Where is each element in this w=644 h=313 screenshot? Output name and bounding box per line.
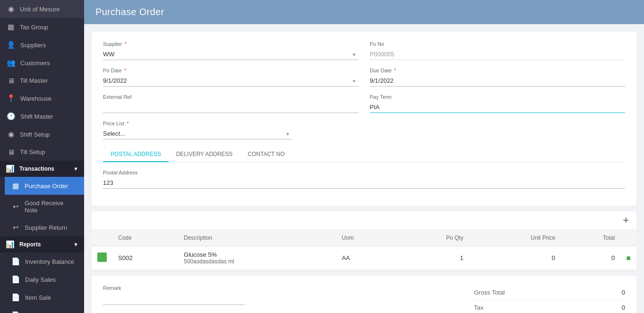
shift-setup-icon: ◉ xyxy=(7,130,15,139)
po-date-label: Po Date * xyxy=(103,68,359,73)
po-date-select-wrapper: 9/1/2022 ▼ xyxy=(103,75,359,87)
sidebar-item-supplier-return[interactable]: ↩ Supplier Return xyxy=(5,218,84,236)
po-no-label: Po No xyxy=(370,41,626,47)
external-ref-input[interactable] xyxy=(103,102,359,113)
tax-icon: ▦ xyxy=(7,23,15,31)
sidebar-item-till-master[interactable]: 🖥 Till Master xyxy=(0,72,84,89)
reports-icon: 📊 xyxy=(6,240,15,249)
sidebar: ◉ Unit of Mesure ▦ Tax Group 👤 Suppliers… xyxy=(0,0,84,313)
table-header-row: Code Description Uom Po Qty Unit Price T… xyxy=(92,230,636,246)
pay-term-group: Pay Term xyxy=(370,94,626,113)
sidebar-item-label: Item Sale xyxy=(25,294,51,301)
po-date-group: Po Date * 9/1/2022 ▼ xyxy=(103,68,359,87)
sidebar-item-shift-master[interactable]: 🕐 Shift Master xyxy=(0,107,84,125)
price-list-select-wrapper: Select... ▼ xyxy=(103,128,292,139)
table-head: Code Description Uom Po Qty Unit Price T… xyxy=(92,230,636,246)
col-uom: Uom xyxy=(336,230,395,246)
sidebar-item-label: Good Receive Note xyxy=(25,200,77,214)
po-date-select[interactable]: 9/1/2022 xyxy=(103,75,359,87)
supplier-group: Supplier * WW ▼ xyxy=(103,41,359,60)
col-po-qty: Po Qty xyxy=(396,230,469,246)
sidebar-item-item-sale[interactable]: 📄 Item Sale xyxy=(5,288,84,306)
sidebar-item-till-setup[interactable]: 🖥 Till Setup xyxy=(0,143,84,161)
postal-address-input[interactable] xyxy=(103,177,625,189)
po-no-input xyxy=(370,49,626,60)
remark-input[interactable] xyxy=(103,294,245,305)
transactions-section-header[interactable]: 📊 Transactions ▼ xyxy=(0,161,84,177)
sidebar-item-unit-of-mesure[interactable]: ◉ Unit of Mesure xyxy=(0,0,84,18)
unit-icon: ◉ xyxy=(7,5,15,13)
tab-contact-no[interactable]: CONTACT NO xyxy=(240,147,292,162)
due-date-input[interactable] xyxy=(370,75,626,87)
row-color-indicator xyxy=(97,252,107,262)
tax-row: Tax 0 xyxy=(474,300,625,313)
sidebar-item-day-end[interactable]: 📄 Day End xyxy=(5,306,84,313)
suppliers-icon: 👤 xyxy=(7,41,16,49)
form-card: Supplier * WW ▼ Po No Po Date * xyxy=(92,32,636,206)
warehouse-icon: 📍 xyxy=(7,94,16,103)
sidebar-item-label: Shift Setup xyxy=(20,131,50,138)
form-row-2: Po Date * 9/1/2022 ▼ Due Date * xyxy=(103,68,625,87)
add-item-button[interactable]: + xyxy=(623,215,629,226)
sidebar-item-purchase-order[interactable]: ▦ Purchase Order xyxy=(5,177,84,195)
reports-section-header[interactable]: 📊 Reports ▼ xyxy=(0,236,84,252)
row-color-cell xyxy=(92,246,112,270)
main-content: Purchase Order Supplier * WW ▼ Po No xyxy=(84,0,644,313)
sidebar-item-label: Till Master xyxy=(20,77,48,84)
tax-label: Tax xyxy=(474,304,521,311)
due-date-group: Due Date * xyxy=(370,68,626,87)
sidebar-item-label: Warehouse xyxy=(20,95,52,102)
shift-master-icon: 🕐 xyxy=(7,112,16,121)
totals-section: Remark Gross Total 0 Tax 0 Net Value 0 xyxy=(103,285,625,313)
transactions-arrow: ▼ xyxy=(73,166,78,172)
page-header: Purchase Order xyxy=(84,0,644,24)
supplier-select-wrapper: WW ▼ xyxy=(103,49,359,60)
sidebar-item-suppliers[interactable]: 👤 Suppliers xyxy=(0,36,84,54)
supplier-select[interactable]: WW xyxy=(103,49,359,60)
row-unit-price-cell: 0 xyxy=(469,246,561,270)
order-items-table: Code Description Uom Po Qty Unit Price T… xyxy=(92,230,636,270)
row-total-cell: 0 xyxy=(561,246,620,270)
po-no-group: Po No xyxy=(370,41,626,60)
delete-row-button[interactable]: ■ xyxy=(626,254,631,262)
price-list-label: Price List * xyxy=(103,121,292,126)
day-end-icon: 📄 xyxy=(11,311,20,313)
form-row-4: Price List * Select... ▼ xyxy=(103,121,625,139)
sidebar-item-daily-sales[interactable]: 📄 Daily Sales xyxy=(5,270,84,288)
col-unit-price: Unit Price xyxy=(469,230,561,246)
sidebar-item-inventory-balance[interactable]: 📄 Inventory Balance xyxy=(5,252,84,270)
daily-sales-icon: 📄 xyxy=(11,275,20,284)
sidebar-item-tax-group[interactable]: ▦ Tax Group xyxy=(0,18,84,36)
order-items-table-section: + Code Description Uom Po Qty Unit Price… xyxy=(92,211,636,270)
tab-postal-address[interactable]: POSTAL ADDRESS xyxy=(103,147,169,162)
sidebar-item-label: Shift Master xyxy=(20,113,53,120)
reports-arrow: ▼ xyxy=(73,242,78,247)
customers-icon: 👥 xyxy=(7,59,16,67)
sidebar-item-customers[interactable]: 👥 Customers xyxy=(0,54,84,72)
till-setup-icon: 🖥 xyxy=(7,148,15,156)
sidebar-item-label: Tax Group xyxy=(20,24,48,31)
postal-address-label: Postal Address xyxy=(103,170,625,175)
sidebar-item-good-receive-note[interactable]: ↩ Good Receive Note xyxy=(5,195,84,218)
tax-value: 0 xyxy=(587,304,625,311)
sidebar-item-label: Till Setup xyxy=(20,148,45,156)
row-uom-cell: AA xyxy=(336,246,395,270)
col-color xyxy=(92,230,112,246)
till-master-icon: 🖥 xyxy=(7,77,15,85)
form-row-3: External Ref Pay Term xyxy=(103,94,625,113)
sidebar-item-label: Inventory Balance xyxy=(25,258,74,265)
gross-total-value: 0 xyxy=(587,289,625,296)
row-po-qty-cell: 1 xyxy=(396,246,469,270)
tab-delivery-address[interactable]: DELIVERY ADDRESS xyxy=(169,147,240,162)
table-row: S002 Glucose 5% 500asdasdasdas ml AA 1 0… xyxy=(92,246,636,270)
row-delete-cell: ■ xyxy=(620,246,636,270)
price-list-select[interactable]: Select... xyxy=(103,128,292,139)
sidebar-item-label: Supplier Return xyxy=(25,224,67,231)
pay-term-input[interactable] xyxy=(370,102,626,113)
sidebar-item-shift-setup[interactable]: ◉ Shift Setup xyxy=(0,125,84,143)
transactions-icon: 📊 xyxy=(6,165,15,173)
due-date-label: Due Date * xyxy=(370,68,626,73)
inventory-balance-icon: 📄 xyxy=(11,257,20,266)
page-title: Purchase Order xyxy=(95,7,164,17)
sidebar-item-warehouse[interactable]: 📍 Warehouse xyxy=(0,89,84,107)
